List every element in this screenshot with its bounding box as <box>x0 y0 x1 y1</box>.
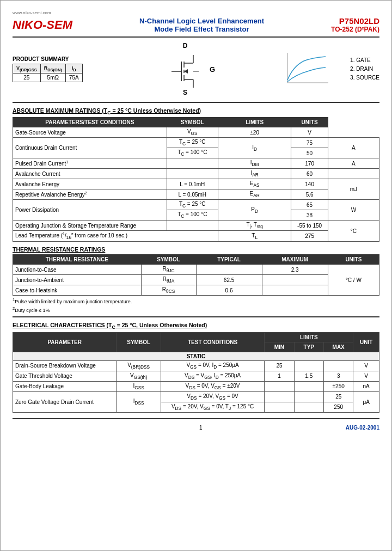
footnote-1: 1Pulse width limited by maximum junction… <box>13 297 379 304</box>
part-number-text: P75N02LD <box>339 16 379 26</box>
cond-cell <box>167 169 218 179</box>
symbol-cell: IAR <box>218 169 291 179</box>
header-divider <box>13 36 379 38</box>
th-typical: TYPICAL <box>196 255 262 265</box>
col-symbol: SYMBOL <box>167 118 218 127</box>
table-row: Case-to-Heatsink RθCS 0.6 <box>13 285 379 296</box>
electrical-table: PARAMETER SYMBOL TEST CONDITIONS LIMITS … <box>13 332 379 413</box>
elec-param: Drain-Source Breakdown Voltage <box>13 360 117 371</box>
units-cell <box>328 169 379 179</box>
elec-param: Gate-Body Leakage <box>13 381 117 391</box>
thermal-symbol: RθCS <box>141 285 196 296</box>
units-cell: W <box>328 200 379 221</box>
elec-unit: V <box>353 371 379 381</box>
col-params: PARAMETERS/TEST CONDITIONS <box>13 118 167 127</box>
units-cell: °C <box>328 221 379 242</box>
elec-typ <box>294 391 323 402</box>
static-header-row: STATIC <box>13 352 379 360</box>
table-row: Avalanche Energy L = 0.1mH EAS 140 mJ <box>13 179 379 189</box>
table-row: Gate-Source Voltage VGS ±20 V <box>13 127 379 138</box>
elec-test: VDS = 20V, VGS = 0V, TJ = 125 °C <box>161 402 264 412</box>
th-maximum: MAXIMUM <box>262 255 328 265</box>
elec-unit: V <box>353 360 379 371</box>
symbol-cell: TL <box>218 231 291 242</box>
summary-header-vbr: V(BR)GSS <box>13 64 41 74</box>
package-text: TO-252 (D²PAK) <box>331 26 379 33</box>
elec-unit: nA <box>353 381 379 391</box>
symbol-cell: Tj, Tstg <box>218 221 291 231</box>
thermal-title: THERMAL RESISTANCE RATINGS <box>13 246 379 253</box>
elec-min <box>265 391 294 402</box>
abs-max-table: PARAMETERS/TEST CONDITIONS SYMBOL LIMITS… <box>13 117 379 242</box>
elec-symbol: VGS(th) <box>117 371 161 381</box>
mosfet-symbol <box>166 50 204 93</box>
pin-labels: 1. GATE 2. DRAIN 3. SOURCE <box>350 56 379 82</box>
thermal-maximum <box>262 285 328 296</box>
param-cell: Power Dissipation <box>13 200 167 221</box>
cond-cell: TC = 25 °C <box>167 138 218 148</box>
thermal-typical: 0.6 <box>196 285 262 296</box>
product-summary: PRODUCT SUMMARY V(BR)GSS RDS(ON) ID 25 5… <box>13 56 105 83</box>
limits-cell: 60 <box>291 169 328 179</box>
elec-max: 25 <box>324 391 353 402</box>
limits-cell: 5.6 <box>291 189 328 200</box>
elec-min: 1 <box>265 371 294 381</box>
elec-param: Zero Gate Voltage Drain Current <box>13 391 117 412</box>
table-row: Gate-Body Leakage IGSS VDS = 0V, VGS = ±… <box>13 381 379 391</box>
elec-typ <box>294 402 323 412</box>
section-divider-1 <box>13 102 379 103</box>
electrical-title: ELECTRICAL CHARACTERISTICS (TC = 25 °C, … <box>13 322 379 330</box>
summary-header-id: ID <box>65 64 82 74</box>
brand-name: NIKO-SEM <box>13 18 72 32</box>
elec-symbol: IDSS <box>117 391 161 412</box>
summary-table: V(BR)GSS RDS(ON) ID 25 5mΩ 75A <box>13 64 83 83</box>
param-cell: Repetitive Avalanche Energy2 <box>13 189 167 200</box>
pin2-label: 2. DRAIN <box>350 65 379 74</box>
cond-cell: TC = 100 °C <box>167 148 218 158</box>
elec-test: VDS = VGS, ID = 250μA <box>161 371 264 381</box>
thermal-symbol: RθJC <box>141 265 196 275</box>
device-title: N-Channel Logic Level Enhancement Mode F… <box>72 17 331 33</box>
table-row: Drain-Source Breakdown Voltage V(BR)DSS … <box>13 360 379 371</box>
elec-min: 25 <box>265 360 294 371</box>
product-summary-section: PRODUCT SUMMARY V(BR)GSS RDS(ON) ID 25 5… <box>13 42 379 96</box>
limits-cell: 275 <box>291 231 328 242</box>
thermal-table: THERMAL RESISTANCE SYMBOL TYPICAL MAXIMU… <box>13 254 379 296</box>
elec-test: VGS = 0V, ID = 250μA <box>161 360 264 371</box>
title-line2: Mode Field Effect Transistor <box>78 25 326 33</box>
elec-th-symbol: SYMBOL <box>117 332 161 352</box>
limits-cell: 38 <box>291 210 328 221</box>
footer-date: AUG-02-2001 <box>346 425 379 431</box>
col-limits: LIMITS <box>218 118 291 127</box>
title-line1: N-Channel Logic Level Enhancement <box>78 17 326 25</box>
page-number: 1 <box>56 425 346 431</box>
summary-val-id: 75A <box>65 74 82 82</box>
limits-cell: ±20 <box>218 127 291 138</box>
symbol-cell: EAS <box>218 179 291 189</box>
elec-min <box>265 402 294 412</box>
section-divider-2 <box>13 316 379 317</box>
symbol-cell: VGS <box>167 127 218 138</box>
param-cell: Gate-Source Voltage <box>13 127 167 138</box>
table-row: Operating Junction & Storage Temperature… <box>13 221 379 231</box>
cond-cell: L = 0.05mH <box>167 189 218 200</box>
units-cell: A <box>328 138 379 158</box>
units-cell: V <box>291 127 328 138</box>
units-cell: A <box>328 158 379 169</box>
table-row: Power Dissipation TC = 25 °C PD 65 W <box>13 200 379 210</box>
param-cell: Avalanche Energy <box>13 179 167 189</box>
static-label: STATIC <box>13 352 379 360</box>
cond-cell: L = 0.1mH <box>167 179 218 189</box>
cond-cell: TC = 25 °C <box>167 200 218 210</box>
elec-test: VDS = 0V, VGS = ±20V <box>161 381 264 391</box>
cond-cell <box>167 158 218 169</box>
units-cell: mJ <box>328 179 379 200</box>
table-row: Pulsed Drain Current1 IDM 170 A <box>13 158 379 169</box>
elec-min <box>265 381 294 391</box>
elec-th-min: MIN <box>265 342 294 352</box>
elec-max: 3 <box>324 371 353 381</box>
iv-curve-area <box>279 50 334 88</box>
param-cell: Lead Temperature (1/16″ from case for 10… <box>13 231 218 242</box>
table-row: Zero Gate Voltage Drain Current IDSS VDS… <box>13 391 379 402</box>
th-units: UNITS <box>328 255 379 265</box>
